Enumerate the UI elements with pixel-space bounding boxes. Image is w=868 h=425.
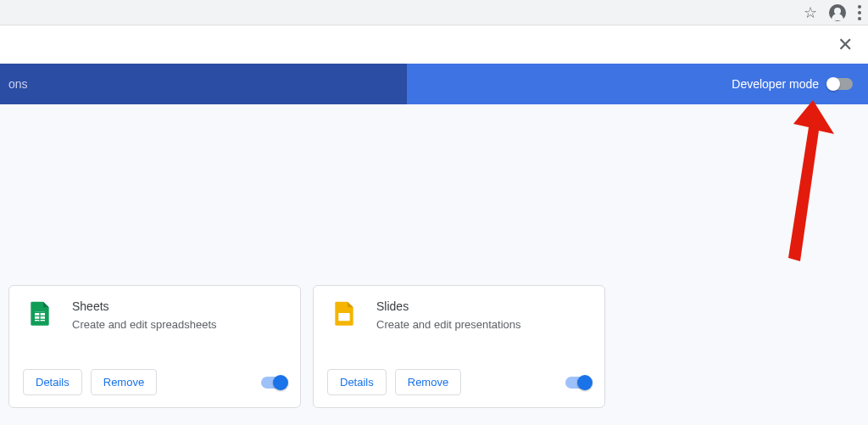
extension-card-sheets: Sheets Create and edit spreadsheets Deta…: [8, 285, 301, 408]
card-title: Sheets: [72, 299, 217, 313]
card-description: Create and edit spreadsheets: [72, 318, 217, 331]
remove-button[interactable]: Remove: [395, 369, 461, 395]
developer-mode-control: Developer mode: [732, 77, 868, 91]
developer-mode-label: Developer mode: [732, 77, 819, 91]
search-input[interactable]: ons: [0, 64, 407, 104]
svg-marker-0: [788, 100, 834, 261]
extension-cards: Sheets Create and edit spreadsheets Deta…: [0, 285, 605, 408]
close-icon[interactable]: ✕: [837, 34, 853, 56]
sub-toolbar: ✕: [0, 25, 868, 64]
extensions-header: ons Developer mode: [0, 64, 868, 104]
extension-enable-toggle[interactable]: [261, 377, 287, 389]
slides-icon: [331, 299, 358, 327]
sheets-icon: [26, 299, 53, 327]
svg-rect-2: [338, 313, 349, 321]
card-description: Create and edit presentations: [376, 318, 521, 331]
bookmark-star-icon[interactable]: ☆: [804, 3, 817, 22]
details-button[interactable]: Details: [327, 369, 387, 395]
browser-menu-icon[interactable]: [858, 5, 861, 20]
details-button[interactable]: Details: [23, 369, 82, 395]
annotation-arrow-icon: [758, 100, 843, 261]
content-area: Sheets Create and edit spreadsheets Deta…: [0, 104, 868, 425]
search-text-fragment: ons: [8, 77, 28, 91]
extension-enable-toggle[interactable]: [565, 377, 591, 389]
card-title: Slides: [376, 299, 521, 313]
developer-mode-toggle[interactable]: [827, 78, 853, 90]
extension-card-slides: Slides Create and edit presentations Det…: [313, 285, 605, 408]
browser-toolbar: ☆: [0, 0, 868, 25]
profile-icon[interactable]: [829, 4, 846, 21]
remove-button[interactable]: Remove: [91, 369, 157, 395]
